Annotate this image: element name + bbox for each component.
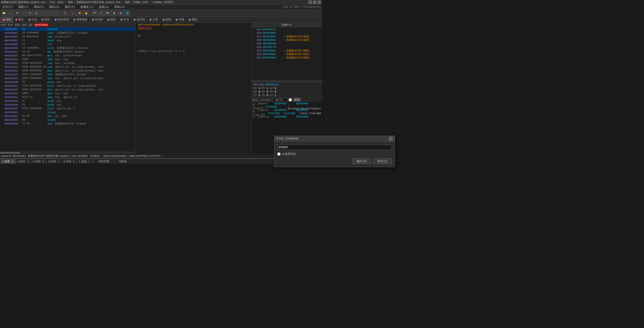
dialog-body: 从选择开始 确定 (O) 取消 (C) [274,141,322,164]
from-selection-checkbox[interactable] [277,153,280,156]
from-selection-label: 从选择开始 [282,152,296,156]
dialog-title-bar: Find Command ✕ [274,136,322,141]
find-command-dialog: Find Command ✕ 从选择开始 确定 (O) 取消 (C) [274,136,322,164]
dialog-checkbox-row: 从选择开始 [277,152,322,156]
dialog-overlay: Find Command ✕ 从选择开始 确定 (O) 取消 (C) [0,0,322,164]
find-command-input[interactable] [277,144,322,150]
dialog-title-text: Find Command [276,137,298,140]
dialog-buttons: 确定 (O) 取消 (C) [277,158,322,164]
